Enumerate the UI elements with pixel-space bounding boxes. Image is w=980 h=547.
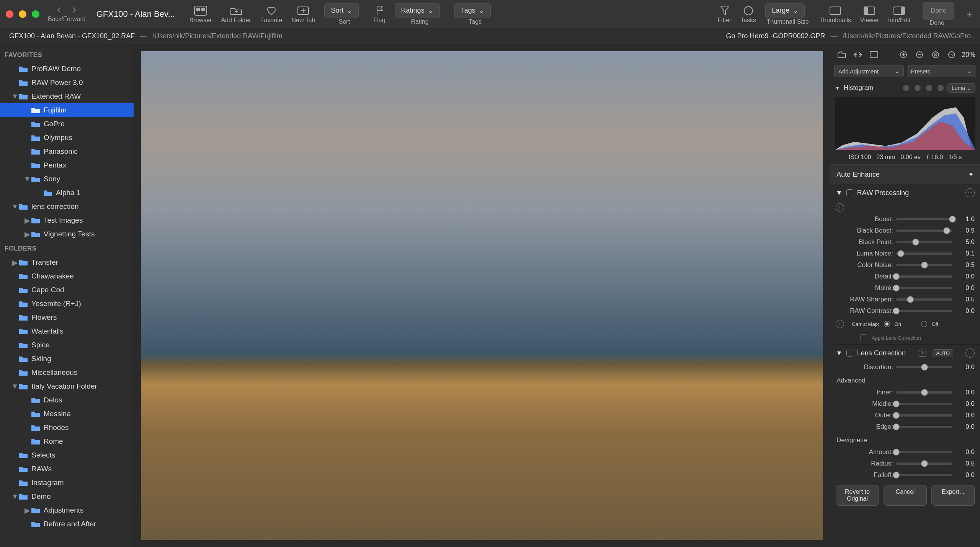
tasks-button[interactable]: Tasks <box>740 5 756 24</box>
slider[interactable] <box>896 391 952 394</box>
sidebar-item[interactable]: Chawanakee <box>0 269 134 283</box>
revert-button[interactable]: Revert to Original <box>836 485 879 506</box>
sidebar-item[interactable]: GoPro <box>0 117 134 131</box>
disclosure-icon[interactable]: ▶ <box>24 506 31 515</box>
disclosure-icon[interactable]: ▼ <box>24 175 31 183</box>
sidebar-item[interactable]: Flowers <box>0 311 134 324</box>
gamut-off-radio[interactable] <box>921 321 927 327</box>
add-tab-button[interactable]: ＋ <box>964 7 974 21</box>
close-icon[interactable] <box>6 10 13 18</box>
sidebar-item[interactable]: Spice <box>0 338 134 352</box>
sidebar-item[interactable]: Cape Cod <box>0 283 134 297</box>
chevron-down-icon[interactable]: ▼ <box>835 85 840 91</box>
info-edit-button[interactable]: Info/Edit <box>888 5 911 24</box>
slider[interactable] <box>896 366 952 368</box>
sidebar-item[interactable]: Rhodes <box>0 421 134 435</box>
slider[interactable] <box>896 403 952 405</box>
ratings-dropdown[interactable]: Ratings⌄ <box>395 3 440 18</box>
slider[interactable] <box>896 287 952 289</box>
info-icon[interactable]: i <box>836 203 844 212</box>
zoom-out-icon[interactable] <box>913 49 927 60</box>
compare-icon[interactable] <box>851 49 865 60</box>
auto-badge[interactable]: AUTO <box>933 349 953 357</box>
sidebar-item[interactable]: Waterfalls <box>0 324 134 338</box>
lens-correction-checkbox[interactable] <box>846 350 853 357</box>
thumbnails-button[interactable]: Thumbnails <box>819 5 851 24</box>
sidebar-item[interactable]: RAW Power 3.0 <box>0 76 134 90</box>
cancel-button[interactable]: Cancel <box>884 485 927 506</box>
back-button[interactable] <box>55 6 63 14</box>
sidebar-item[interactable]: ProRAW Demo <box>0 62 134 76</box>
sidebar-item[interactable]: ▼lens correction <box>0 200 134 213</box>
info-icon[interactable]: i <box>836 320 844 328</box>
sidebar-item[interactable]: Pentax <box>0 158 134 172</box>
sidebar-item[interactable]: ▶Vignetting Tests <box>0 227 134 241</box>
zoom-icon[interactable] <box>32 10 39 18</box>
sidebar-item[interactable]: Instagram <box>0 476 134 490</box>
sidebar-item[interactable]: Panasonic <box>0 145 134 158</box>
sidebar-item[interactable]: Alpha 1 <box>0 186 134 200</box>
sidebar-item[interactable]: Skiing <box>0 352 134 366</box>
slider[interactable] <box>896 275 952 278</box>
raw-processing-checkbox[interactable] <box>846 189 853 196</box>
disclosure-icon[interactable]: ▶ <box>24 230 31 239</box>
new-tab-button[interactable]: New Tab <box>291 5 315 24</box>
flag-button[interactable]: Flag <box>373 5 385 24</box>
disclosure-icon[interactable]: ▼ <box>11 92 18 101</box>
export-button[interactable]: Export... <box>931 485 975 506</box>
section-menu-icon[interactable]: ⋯ <box>965 348 975 358</box>
section-menu-icon[interactable]: ⋯ <box>965 188 975 197</box>
disclosure-icon[interactable]: ▶ <box>11 258 18 267</box>
disclosure-icon[interactable]: ▼ <box>11 492 18 501</box>
slider[interactable] <box>896 241 952 243</box>
sidebar-item[interactable]: ▼Sony <box>0 172 134 186</box>
share-icon[interactable] <box>835 49 849 60</box>
channel-dot[interactable] <box>938 85 944 91</box>
sidebar-item[interactable]: Before and After <box>0 517 134 531</box>
zoom-in-icon[interactable] <box>897 49 911 60</box>
sort-dropdown[interactable]: Sort⌄ <box>324 3 359 18</box>
sidebar-item[interactable]: Miscellaneous <box>0 366 134 379</box>
favorite-button[interactable]: Favorite <box>260 5 283 24</box>
done-button[interactable]: Done <box>923 2 954 20</box>
sidebar-item[interactable]: ▼Extended RAW <box>0 90 134 103</box>
slider[interactable] <box>896 218 952 220</box>
slider[interactable] <box>896 462 952 465</box>
thumbnail-size-dropdown[interactable]: Large⌄ <box>765 3 805 18</box>
zoom-100-icon[interactable]: 100 <box>946 49 959 60</box>
minimize-icon[interactable] <box>19 10 26 18</box>
slider[interactable] <box>896 264 952 266</box>
sidebar-item[interactable]: ▶Adjustments <box>0 503 134 517</box>
luma-dropdown[interactable]: Luma ⌄ <box>947 83 975 93</box>
add-adjustment-dropdown[interactable]: Add Adjustment⌄ <box>834 65 904 77</box>
sidebar-item[interactable]: ▶Test Images <box>0 213 134 227</box>
sidebar-item[interactable]: ▼Demo <box>0 490 134 503</box>
gamut-on-radio[interactable] <box>884 321 890 327</box>
presets-dropdown[interactable]: Presets⌄ <box>907 65 977 77</box>
tags-dropdown[interactable]: Tags⌄ <box>454 3 491 18</box>
image-viewer[interactable] <box>134 44 830 547</box>
channel-dot[interactable] <box>903 85 909 91</box>
sidebar-item[interactable]: Fujifilm <box>0 103 134 117</box>
add-folder-button[interactable]: Add Folder <box>221 5 251 24</box>
slider[interactable] <box>896 298 952 301</box>
filter-button[interactable]: Filter <box>718 5 732 24</box>
sidebar-item[interactable]: Olympus <box>0 131 134 145</box>
disclosure-icon[interactable]: ▼ <box>11 202 18 211</box>
browser-button[interactable]: Browser <box>189 5 212 24</box>
chevron-down-icon[interactable]: ▼ <box>836 349 843 357</box>
sidebar-item[interactable]: RAWs <box>0 462 134 476</box>
sidebar-item[interactable]: Selects <box>0 448 134 462</box>
slider[interactable] <box>896 310 952 312</box>
slider[interactable] <box>896 474 952 476</box>
channel-dot[interactable] <box>926 85 932 91</box>
help-badge[interactable]: ? <box>918 350 926 357</box>
sidebar-item[interactable]: Rome <box>0 435 134 448</box>
crop-icon[interactable] <box>867 49 881 60</box>
slider[interactable] <box>896 426 952 428</box>
zoom-fit-icon[interactable] <box>929 49 943 60</box>
slider[interactable] <box>896 414 952 417</box>
viewer-button[interactable]: Viewer <box>860 5 879 24</box>
disclosure-icon[interactable]: ▶ <box>24 216 31 225</box>
sidebar-item[interactable]: Delos <box>0 393 134 407</box>
